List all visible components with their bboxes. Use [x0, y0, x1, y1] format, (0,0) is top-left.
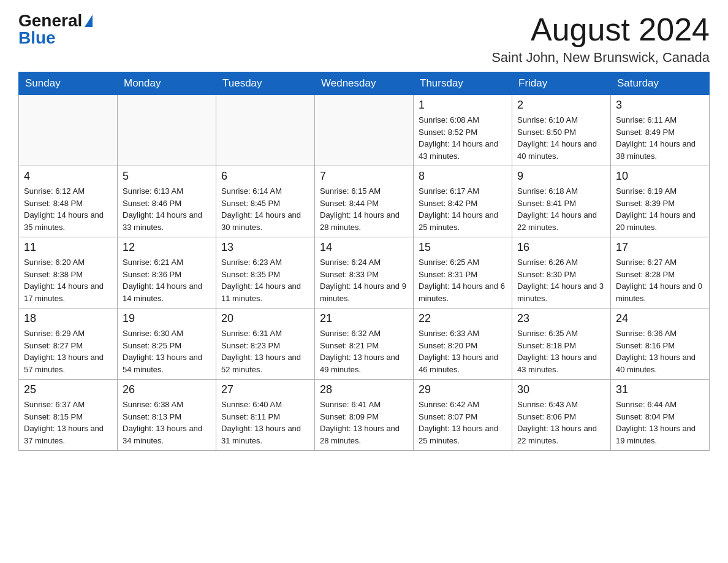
calendar-cell: 11Sunrise: 6:20 AMSunset: 8:38 PMDayligh…: [19, 237, 118, 308]
day-number: 6: [221, 170, 309, 183]
day-number: 3: [616, 99, 704, 112]
calendar-cell: [19, 95, 118, 166]
weekday-header-monday: Monday: [118, 72, 216, 95]
calendar-cell: 23Sunrise: 6:35 AMSunset: 8:18 PMDayligh…: [512, 308, 611, 380]
day-info: Sunrise: 6:25 AMSunset: 8:31 PMDaylight:…: [419, 258, 505, 303]
day-number: 21: [320, 312, 408, 325]
day-number: 24: [616, 312, 704, 325]
calendar-table: SundayMondayTuesdayWednesdayThursdayFrid…: [18, 72, 710, 451]
calendar-cell: 2Sunrise: 6:10 AMSunset: 8:50 PMDaylight…: [512, 95, 611, 166]
day-number: 16: [517, 241, 605, 254]
day-info: Sunrise: 6:36 AMSunset: 8:16 PMDaylight:…: [616, 329, 696, 374]
day-info: Sunrise: 6:27 AMSunset: 8:28 PMDaylight:…: [616, 258, 702, 303]
day-number: 15: [419, 241, 507, 254]
calendar-cell: 15Sunrise: 6:25 AMSunset: 8:31 PMDayligh…: [414, 237, 512, 308]
calendar-cell: 19Sunrise: 6:30 AMSunset: 8:25 PMDayligh…: [118, 308, 216, 380]
day-info: Sunrise: 6:14 AMSunset: 8:45 PMDaylight:…: [221, 186, 301, 232]
day-info: Sunrise: 6:18 AMSunset: 8:41 PMDaylight:…: [517, 186, 597, 232]
weekday-header-thursday: Thursday: [414, 72, 512, 95]
day-number: 1: [419, 99, 507, 112]
calendar-cell: 9Sunrise: 6:18 AMSunset: 8:41 PMDaylight…: [512, 166, 611, 237]
weekday-header-tuesday: Tuesday: [216, 72, 315, 95]
day-number: 30: [517, 383, 605, 396]
page-header: General Blue August 2024 Saint John, New…: [18, 12, 710, 66]
calendar-cell: 6Sunrise: 6:14 AMSunset: 8:45 PMDaylight…: [216, 166, 315, 237]
weekday-header-sunday: Sunday: [19, 72, 118, 95]
day-info: Sunrise: 6:21 AMSunset: 8:36 PMDaylight:…: [123, 258, 202, 303]
calendar-cell: 14Sunrise: 6:24 AMSunset: 8:33 PMDayligh…: [315, 237, 414, 308]
day-number: 20: [221, 312, 309, 325]
day-number: 22: [419, 312, 507, 325]
day-number: 7: [320, 170, 408, 183]
day-info: Sunrise: 6:20 AMSunset: 8:38 PMDaylight:…: [24, 258, 104, 303]
logo: General Blue: [18, 12, 93, 47]
day-info: Sunrise: 6:23 AMSunset: 8:35 PMDaylight:…: [221, 258, 301, 303]
calendar-cell: 7Sunrise: 6:15 AMSunset: 8:44 PMDaylight…: [315, 166, 414, 237]
calendar-week-1: 1Sunrise: 6:08 AMSunset: 8:52 PMDaylight…: [19, 95, 710, 166]
calendar-week-2: 4Sunrise: 6:12 AMSunset: 8:48 PMDaylight…: [19, 166, 710, 237]
day-info: Sunrise: 6:15 AMSunset: 8:44 PMDaylight:…: [320, 186, 400, 232]
day-info: Sunrise: 6:43 AMSunset: 8:06 PMDaylight:…: [517, 400, 597, 445]
day-info: Sunrise: 6:17 AMSunset: 8:42 PMDaylight:…: [419, 186, 498, 232]
calendar-cell: 10Sunrise: 6:19 AMSunset: 8:39 PMDayligh…: [611, 166, 710, 237]
day-number: 4: [24, 170, 112, 183]
weekday-header-saturday: Saturday: [611, 72, 710, 95]
calendar-cell: 3Sunrise: 6:11 AMSunset: 8:49 PMDaylight…: [611, 95, 710, 166]
logo-blue: Blue: [18, 28, 56, 47]
day-info: Sunrise: 6:44 AMSunset: 8:04 PMDaylight:…: [616, 400, 696, 445]
day-number: 26: [123, 383, 211, 396]
calendar-cell: 20Sunrise: 6:31 AMSunset: 8:23 PMDayligh…: [216, 308, 315, 380]
calendar-header-row: SundayMondayTuesdayWednesdayThursdayFrid…: [19, 72, 710, 95]
calendar-cell: 24Sunrise: 6:36 AMSunset: 8:16 PMDayligh…: [611, 308, 710, 380]
calendar-cell: 31Sunrise: 6:44 AMSunset: 8:04 PMDayligh…: [611, 380, 710, 451]
day-number: 10: [616, 170, 704, 183]
day-number: 8: [419, 170, 507, 183]
calendar-cell: 5Sunrise: 6:13 AMSunset: 8:46 PMDaylight…: [118, 166, 216, 237]
logo-triangle-icon: [85, 15, 93, 27]
calendar-cell: [315, 95, 414, 166]
day-info: Sunrise: 6:40 AMSunset: 8:11 PMDaylight:…: [221, 400, 301, 445]
day-info: Sunrise: 6:37 AMSunset: 8:15 PMDaylight:…: [24, 400, 104, 445]
calendar-cell: 27Sunrise: 6:40 AMSunset: 8:11 PMDayligh…: [216, 380, 315, 451]
day-number: 19: [123, 312, 211, 325]
calendar-cell: 21Sunrise: 6:32 AMSunset: 8:21 PMDayligh…: [315, 308, 414, 380]
weekday-header-wednesday: Wednesday: [315, 72, 414, 95]
day-number: 18: [24, 312, 112, 325]
day-number: 13: [221, 241, 309, 254]
logo-general: General: [18, 12, 82, 29]
calendar-cell: 12Sunrise: 6:21 AMSunset: 8:36 PMDayligh…: [118, 237, 216, 308]
day-info: Sunrise: 6:41 AMSunset: 8:09 PMDaylight:…: [320, 400, 400, 445]
day-info: Sunrise: 6:31 AMSunset: 8:23 PMDaylight:…: [221, 329, 301, 374]
calendar-cell: 29Sunrise: 6:42 AMSunset: 8:07 PMDayligh…: [414, 380, 512, 451]
day-info: Sunrise: 6:12 AMSunset: 8:48 PMDaylight:…: [24, 186, 104, 232]
location-title: Saint John, New Brunswick, Canada: [491, 50, 710, 66]
calendar-cell: 28Sunrise: 6:41 AMSunset: 8:09 PMDayligh…: [315, 380, 414, 451]
day-info: Sunrise: 6:19 AMSunset: 8:39 PMDaylight:…: [616, 186, 696, 232]
weekday-header-friday: Friday: [512, 72, 611, 95]
day-info: Sunrise: 6:42 AMSunset: 8:07 PMDaylight:…: [419, 400, 498, 445]
day-number: 12: [123, 241, 211, 254]
calendar-cell: 26Sunrise: 6:38 AMSunset: 8:13 PMDayligh…: [118, 380, 216, 451]
day-info: Sunrise: 6:38 AMSunset: 8:13 PMDaylight:…: [123, 400, 202, 445]
calendar-cell: 4Sunrise: 6:12 AMSunset: 8:48 PMDaylight…: [19, 166, 118, 237]
day-info: Sunrise: 6:13 AMSunset: 8:46 PMDaylight:…: [123, 186, 202, 232]
day-number: 23: [517, 312, 605, 325]
calendar-cell: 17Sunrise: 6:27 AMSunset: 8:28 PMDayligh…: [611, 237, 710, 308]
day-number: 31: [616, 383, 704, 396]
month-title: August 2024: [491, 12, 710, 47]
day-number: 28: [320, 383, 408, 396]
calendar-cell: 13Sunrise: 6:23 AMSunset: 8:35 PMDayligh…: [216, 237, 315, 308]
calendar-cell: 30Sunrise: 6:43 AMSunset: 8:06 PMDayligh…: [512, 380, 611, 451]
day-info: Sunrise: 6:24 AMSunset: 8:33 PMDaylight:…: [320, 258, 406, 303]
calendar-cell: 22Sunrise: 6:33 AMSunset: 8:20 PMDayligh…: [414, 308, 512, 380]
day-number: 25: [24, 383, 112, 396]
day-number: 11: [24, 241, 112, 254]
calendar-cell: [216, 95, 315, 166]
day-number: 29: [419, 383, 507, 396]
day-info: Sunrise: 6:30 AMSunset: 8:25 PMDaylight:…: [123, 329, 202, 374]
day-info: Sunrise: 6:29 AMSunset: 8:27 PMDaylight:…: [24, 329, 104, 374]
day-number: 2: [517, 99, 605, 112]
calendar-cell: 25Sunrise: 6:37 AMSunset: 8:15 PMDayligh…: [19, 380, 118, 451]
calendar-cell: [118, 95, 216, 166]
day-info: Sunrise: 6:11 AMSunset: 8:49 PMDaylight:…: [616, 115, 696, 161]
